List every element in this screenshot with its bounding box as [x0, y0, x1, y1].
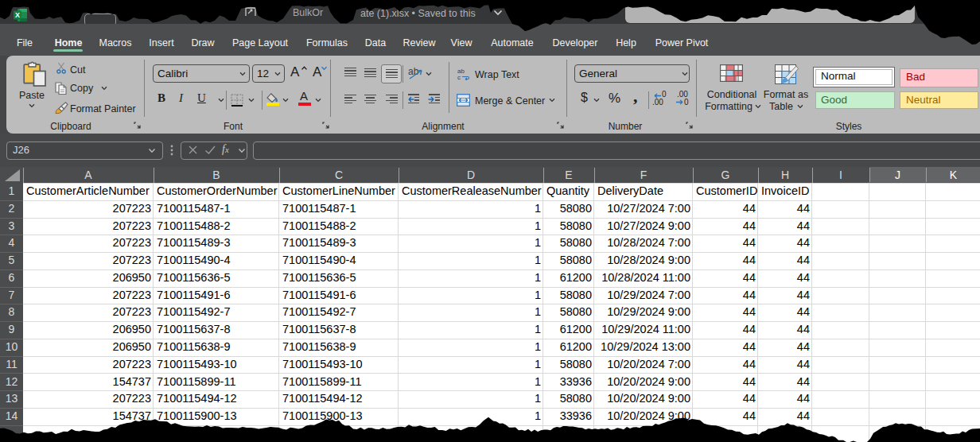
svg-text:c: c — [457, 74, 461, 80]
svg-text:X: X — [15, 11, 20, 19]
